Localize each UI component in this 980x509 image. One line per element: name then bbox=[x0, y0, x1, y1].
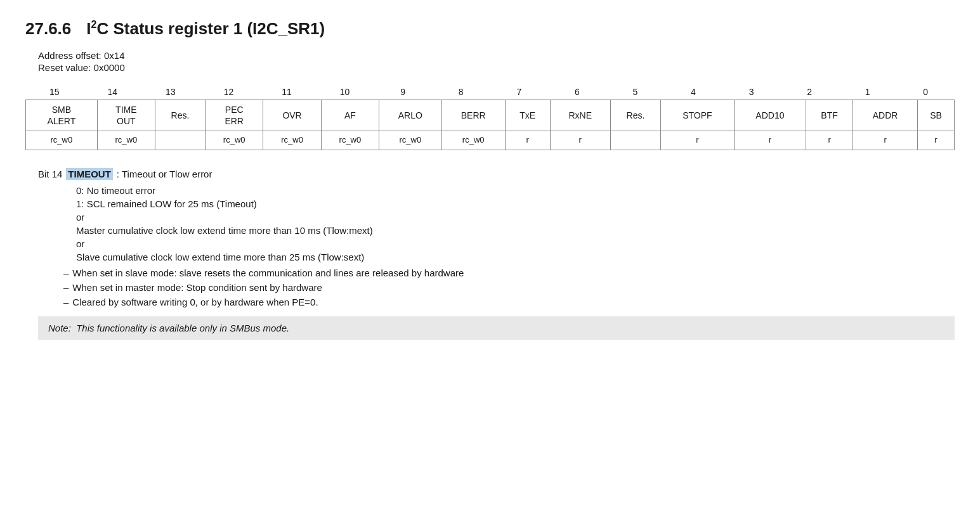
val-txe: r bbox=[505, 131, 550, 150]
val-timeout: rc_w0 bbox=[97, 131, 155, 150]
bullet-cleared: – Cleared by software writing 0, or by h… bbox=[63, 297, 955, 307]
note-section: Note: This functionality is available on… bbox=[38, 316, 955, 340]
val-ovr: rc_w0 bbox=[263, 131, 321, 150]
address-offset: Address offset: 0x14 bbox=[38, 50, 955, 61]
field-res2: Res. bbox=[610, 100, 660, 131]
page-title: 27.6.6 I2C Status register 1 (I2C_SR1) bbox=[25, 19, 955, 39]
val-res1 bbox=[155, 131, 206, 150]
val-af: rc_w0 bbox=[321, 131, 379, 150]
val-add10: r bbox=[734, 131, 806, 150]
val-arlo: rc_w0 bbox=[379, 131, 442, 150]
field-res1: Res. bbox=[155, 100, 206, 131]
field-txe: TxE bbox=[505, 100, 550, 131]
bullet-list: – When set in slave mode: slave resets t… bbox=[63, 267, 955, 307]
note-text: Note: This functionality is available on… bbox=[48, 323, 289, 333]
title-suffix: C Status register 1 (I2C_SR1) bbox=[96, 19, 325, 38]
bit-line: Bit 14 TIMEOUT: Timeout or Tlow error bbox=[38, 168, 955, 180]
bullet-cleared-text: Cleared by software writing 0, or by har… bbox=[72, 297, 318, 307]
bit-name-highlight: TIMEOUT bbox=[66, 168, 113, 180]
bit-desc: : Timeout or Tlow error bbox=[117, 169, 212, 179]
bit-numbers-row: 15 14 13 12 11 10 9 8 7 6 5 4 3 2 1 0 bbox=[25, 86, 955, 98]
val-smbalert: rc_w0 bbox=[26, 131, 98, 150]
field-af: AF bbox=[321, 100, 379, 131]
bit-9: 9 bbox=[374, 86, 432, 98]
bit-13: 13 bbox=[141, 86, 200, 98]
register-table-wrapper: 15 14 13 12 11 10 9 8 7 6 5 4 3 2 1 0 SM… bbox=[25, 86, 955, 150]
bullet-master-text: When set in master mode: Stop condition … bbox=[72, 282, 322, 293]
field-berr: BERR bbox=[441, 100, 505, 131]
field-smbalert: SMBALERT bbox=[26, 100, 98, 131]
bit-number-label: Bit 14 bbox=[38, 169, 62, 179]
note-content: This functionality is available only in … bbox=[76, 323, 289, 333]
field-stopf: STOPF bbox=[660, 100, 734, 131]
val-pecerr: rc_w0 bbox=[206, 131, 263, 150]
note-label: Note: bbox=[48, 323, 71, 333]
field-pecerr: PECERR bbox=[206, 100, 263, 131]
section-heading: I2C Status register 1 (I2C_SR1) bbox=[86, 19, 325, 39]
bit-0: 0 bbox=[896, 86, 955, 98]
fields-row: SMBALERT TIMEOUT Res. PECERR OVR AF ARLO… bbox=[26, 100, 955, 131]
val-berr: rc_w0 bbox=[441, 131, 505, 150]
field-rxne: RxNE bbox=[550, 100, 610, 131]
value-or-1: or bbox=[76, 212, 955, 222]
field-timeout: TIMEOUT bbox=[97, 100, 155, 131]
field-addr: ADDR bbox=[853, 100, 918, 131]
value-sext: Slave cumulative clock low extend time m… bbox=[76, 252, 955, 262]
field-arlo: ARLO bbox=[379, 100, 442, 131]
bit-14: 14 bbox=[84, 86, 142, 98]
value-or-2: or bbox=[76, 238, 955, 249]
field-ovr: OVR bbox=[263, 100, 321, 131]
bit-10: 10 bbox=[316, 86, 374, 98]
bit-5: 5 bbox=[606, 86, 665, 98]
title-prefix: I bbox=[86, 19, 91, 38]
field-btf: BTF bbox=[806, 100, 853, 131]
bullet-slave-text: When set in slave mode: slave resets the… bbox=[72, 267, 464, 278]
reset-value: Reset value: 0x0000 bbox=[38, 62, 955, 73]
val-addr: r bbox=[853, 131, 918, 150]
address-info: Address offset: 0x14 Reset value: 0x0000 bbox=[38, 50, 955, 73]
val-res2 bbox=[610, 131, 660, 150]
bit-6: 6 bbox=[548, 86, 606, 98]
values-row: rc_w0 rc_w0 rc_w0 rc_w0 rc_w0 rc_w0 rc_w… bbox=[26, 131, 955, 150]
val-rxne: r bbox=[550, 131, 610, 150]
value-0: 0: No timeout error bbox=[76, 185, 955, 196]
bit-1: 1 bbox=[839, 86, 897, 98]
bit-11: 11 bbox=[258, 86, 316, 98]
field-add10: ADD10 bbox=[734, 100, 806, 131]
bullet-slave: – When set in slave mode: slave resets t… bbox=[63, 267, 955, 278]
bit-4: 4 bbox=[664, 86, 722, 98]
bit-12: 12 bbox=[200, 86, 258, 98]
description-section: Bit 14 TIMEOUT: Timeout or Tlow error 0:… bbox=[38, 168, 955, 340]
field-sb: SB bbox=[917, 100, 954, 131]
bit-15: 15 bbox=[25, 86, 84, 98]
register-table: SMBALERT TIMEOUT Res. PECERR OVR AF ARLO… bbox=[25, 100, 955, 150]
bit-2: 2 bbox=[780, 86, 839, 98]
val-stopf: r bbox=[660, 131, 734, 150]
bit-8: 8 bbox=[432, 86, 490, 98]
val-sb: r bbox=[917, 131, 954, 150]
value-1: 1: SCL remained LOW for 25 ms (Timeout) bbox=[76, 198, 955, 209]
value-mext: Master cumulative clock low extend time … bbox=[76, 225, 955, 236]
val-btf: r bbox=[806, 131, 853, 150]
bit-7: 7 bbox=[490, 86, 549, 98]
bit-3: 3 bbox=[722, 86, 781, 98]
bullet-master: – When set in master mode: Stop conditio… bbox=[63, 282, 955, 293]
section-number: 27.6.6 bbox=[25, 19, 71, 39]
values-list: 0: No timeout error 1: SCL remained LOW … bbox=[76, 185, 955, 262]
